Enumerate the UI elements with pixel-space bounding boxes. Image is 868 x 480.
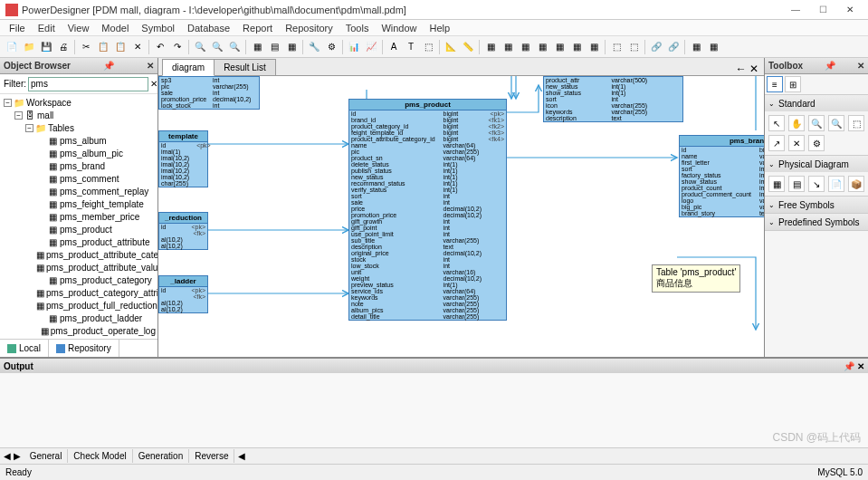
tree-item[interactable]: ▦pms_member_price xyxy=(2,210,156,223)
tree-item[interactable]: ▦pms_product_operate_log xyxy=(2,324,156,337)
toolbar-btn-22[interactable]: ⚙ xyxy=(323,39,339,55)
tab-diagram[interactable]: diagram xyxy=(162,59,215,76)
view-grid-icon[interactable]: ⊞ xyxy=(785,76,801,92)
link-tool-icon[interactable]: ↗ xyxy=(768,135,785,151)
section-physical[interactable]: ⌄Physical Diagram xyxy=(765,156,868,172)
toolbox-pin-icon[interactable]: 📌 xyxy=(825,61,835,71)
panel-pin-icon[interactable]: 📌 xyxy=(103,61,114,71)
menu-help[interactable]: Help xyxy=(424,21,456,35)
toolbar-btn-7[interactable]: 📋 xyxy=(112,39,129,55)
tab-result-list[interactable]: Result List xyxy=(214,59,276,75)
entity-_reduction[interactable]: _reductionid<pk><fk>al(10,2)al(10,2) xyxy=(158,212,208,250)
toolbar-btn-5[interactable]: ✂ xyxy=(78,39,94,55)
tree-item[interactable]: ▦pms_comment xyxy=(2,172,156,185)
prop-tool-icon[interactable]: ⚙ xyxy=(808,135,825,151)
section-standard[interactable]: ⌄Standard xyxy=(765,95,868,111)
section-predefined[interactable]: ⌄Predefined Symbols xyxy=(765,214,868,230)
entity-template[interactable]: templateid<pk>imal(1)imal(10,2)imal(10,2… xyxy=(158,130,208,187)
entity-pms_brand[interactable]: pms_brandidbigint<pk>namevarchar(64)firs… xyxy=(679,135,764,217)
tab-general[interactable]: General xyxy=(24,449,69,463)
tree-item[interactable]: ▦pms_product_category_attribu xyxy=(2,286,156,299)
filter-input[interactable] xyxy=(28,77,148,91)
pkg-tool-icon[interactable]: 📦 xyxy=(848,176,864,192)
filter-clear-icon[interactable]: ✕ xyxy=(150,77,157,91)
toolbar-btn-14[interactable]: 🔍 xyxy=(209,39,225,55)
toolbar-btn-39[interactable]: ▦ xyxy=(568,39,585,55)
toolbar-btn-37[interactable]: ▦ xyxy=(534,39,550,55)
tree-item[interactable]: −📁Tables xyxy=(2,121,156,134)
tree-item[interactable]: ▦pms_product xyxy=(2,223,156,235)
entity-pms_product[interactable]: pms_productidbigint<pk>brand_idbigint<fk… xyxy=(348,99,507,321)
toolbar-btn-45[interactable]: 🔗 xyxy=(648,39,664,55)
proc-tool-icon[interactable]: 📄 xyxy=(828,176,844,192)
toolbar-btn-42[interactable]: ⬚ xyxy=(608,39,625,55)
tree-item[interactable]: ▦pms_product_attribute_catego xyxy=(2,248,156,261)
toolbar-btn-17[interactable]: ▦ xyxy=(249,39,265,55)
diagram-canvas[interactable]: Table 'pms_product' 商品信息 sp3intpicvarcha… xyxy=(158,76,764,357)
toolbar-btn-29[interactable]: ⬚ xyxy=(420,39,436,55)
tab-reverse[interactable]: Reverse xyxy=(189,449,234,463)
tab-local[interactable]: Local xyxy=(0,340,49,357)
toolbar-btn-35[interactable]: ▦ xyxy=(500,39,516,55)
view-tool-icon[interactable]: ▤ xyxy=(788,176,805,192)
hand-tool-icon[interactable]: ✋ xyxy=(788,115,805,131)
toolbar-btn-31[interactable]: 📐 xyxy=(443,39,459,55)
menu-window[interactable]: Window xyxy=(376,21,422,35)
tab-repository[interactable]: Repository xyxy=(49,340,119,357)
toolbar-btn-43[interactable]: ⬚ xyxy=(625,39,642,55)
toolbar-btn-48[interactable]: ▦ xyxy=(688,39,704,55)
menu-model[interactable]: Model xyxy=(96,21,134,35)
menu-report[interactable]: Report xyxy=(237,21,278,35)
toolbar-btn-0[interactable]: 📄 xyxy=(4,39,20,55)
toolbar-btn-40[interactable]: ▦ xyxy=(586,39,602,55)
toolbar-btn-25[interactable]: 📈 xyxy=(363,39,379,55)
tree-item[interactable]: ▦pms_feight_template xyxy=(2,197,156,210)
tab-close-icon[interactable]: ← ✕ xyxy=(730,62,764,75)
toolbar-btn-21[interactable]: 🔧 xyxy=(306,39,322,55)
tree-item[interactable]: ▦pms_brand xyxy=(2,159,156,172)
zoom-out-icon[interactable]: 🔍 xyxy=(828,115,844,131)
menu-database[interactable]: Database xyxy=(182,21,235,35)
toolbar-btn-10[interactable]: ↶ xyxy=(152,39,168,55)
menu-edit[interactable]: Edit xyxy=(33,21,61,35)
entity-partial[interactable]: product_attrvarchar(500)new_statusint(1)… xyxy=(543,76,683,122)
output-pin-icon[interactable]: 📌 ✕ xyxy=(844,361,864,371)
pointer-tool-icon[interactable]: ↖ xyxy=(768,115,785,131)
toolbar-btn-13[interactable]: 🔍 xyxy=(192,39,208,55)
tree-item[interactable]: ▦pms_product_attribute xyxy=(2,235,156,248)
tree-item[interactable]: −📁Workspace xyxy=(2,96,156,109)
toolbar-btn-1[interactable]: 📁 xyxy=(21,39,37,55)
tab-nav-left-icon[interactable]: ◀ ▶ xyxy=(0,451,24,461)
toolbar-btn-38[interactable]: ▦ xyxy=(551,39,568,55)
menu-symbol[interactable]: Symbol xyxy=(136,21,180,35)
delete-tool-icon[interactable]: ✕ xyxy=(788,135,805,151)
tree-item[interactable]: ▦pms_product_category xyxy=(2,274,156,286)
toolbar-btn-19[interactable]: ▦ xyxy=(283,39,300,55)
menu-view[interactable]: View xyxy=(62,21,95,35)
toolbar-btn-28[interactable]: T xyxy=(403,39,419,55)
tree-item[interactable]: ▦pms_product_attribute_value xyxy=(2,261,156,274)
view-list-icon[interactable]: ≡ xyxy=(767,76,783,92)
toolbar-btn-32[interactable]: 📏 xyxy=(460,39,476,55)
tree-item[interactable]: ▦pms_album xyxy=(2,134,156,147)
toolbar-btn-46[interactable]: 🔗 xyxy=(665,39,682,55)
entity-partial[interactable]: sp3intpicvarchar(255)saleintpromotion_pr… xyxy=(158,76,260,110)
panel-close-icon[interactable]: ✕ xyxy=(147,61,154,71)
ref-tool-icon[interactable]: ↘ xyxy=(808,176,825,192)
toolbar-btn-34[interactable]: ▦ xyxy=(482,39,499,55)
tab-generation[interactable]: Generation xyxy=(133,449,189,463)
toolbar-btn-24[interactable]: 📊 xyxy=(346,39,362,55)
tree-item[interactable]: ▦pms_product_full_reduction xyxy=(2,299,156,312)
table-tool-icon[interactable]: ▦ xyxy=(768,176,785,192)
menu-repository[interactable]: Repository xyxy=(280,21,339,35)
tree-item[interactable]: ▦pms_album_pic xyxy=(2,147,156,159)
select-tool-icon[interactable]: ⬚ xyxy=(848,115,864,131)
toolbar-btn-6[interactable]: 📋 xyxy=(95,39,111,55)
menu-file[interactable]: File xyxy=(4,21,31,35)
toolbar-btn-8[interactable]: ✕ xyxy=(129,39,146,55)
toolbar-btn-15[interactable]: 🔍 xyxy=(226,39,243,55)
zoom-in-icon[interactable]: 🔍 xyxy=(808,115,825,131)
object-tree[interactable]: −📁Workspace−🗄mall−📁Tables▦pms_album▦pms_… xyxy=(0,94,157,339)
toolbar-btn-36[interactable]: ▦ xyxy=(517,39,533,55)
toolbar-btn-3[interactable]: 🖨 xyxy=(55,39,72,55)
